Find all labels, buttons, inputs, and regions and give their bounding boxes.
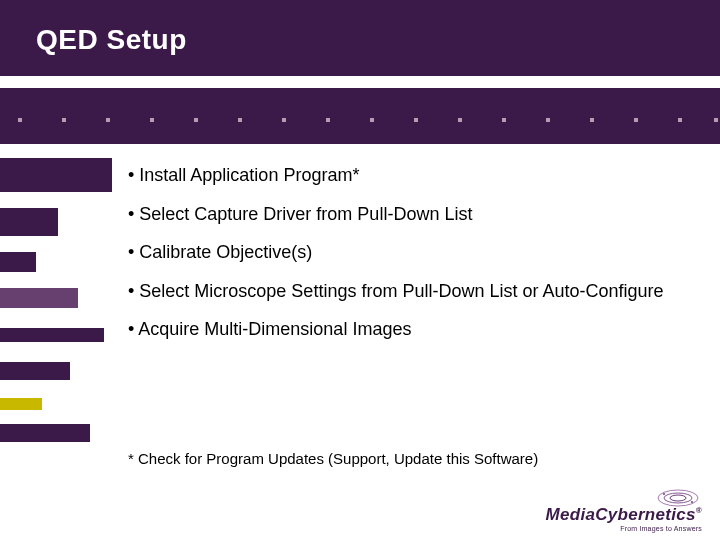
bullet-item: • Acquire Multi-Dimensional Images [128,318,688,341]
decorative-dot [370,118,374,122]
bullet-item: • Select Microscope Settings from Pull-D… [128,280,688,303]
svg-point-2 [670,495,686,501]
decorative-dot [18,118,22,122]
decorative-dot [634,118,638,122]
decorative-dot [458,118,462,122]
slide: QED Setup • Install Application Program*… [0,0,720,540]
bullet-item: • Calibrate Objective(s) [128,241,688,264]
svg-point-4 [691,501,693,503]
decorative-dot [414,118,418,122]
header-divider [0,76,720,88]
bullet-item: • Install Application Program* [128,164,688,187]
brand-bold: Cybernetics [595,505,696,524]
decorative-dot [106,118,110,122]
brand-tagline: From Images to Answers [545,525,702,532]
decorative-dot [678,118,682,122]
sidebar-block [0,252,36,272]
slide-title: QED Setup [36,24,187,56]
footnote: * Check for Program Updates (Support, Up… [128,450,538,467]
decorative-dot [238,118,242,122]
svg-point-3 [663,493,665,495]
sidebar-block [0,424,90,442]
sidebar-block [0,208,58,236]
decorative-dot [546,118,550,122]
decorative-dot [714,118,718,122]
sidebar-block [0,362,70,380]
sidebar-block [0,398,42,410]
dot-row [0,118,720,122]
brand-light: Media [545,505,595,524]
brand-name: MediaCybernetics® [545,505,702,525]
bullet-list: • Install Application Program* • Select … [128,164,688,357]
bullet-item: • Select Capture Driver from Pull-Down L… [128,203,688,226]
sidebar-block [0,288,78,308]
decorative-dot [150,118,154,122]
decorative-dot [590,118,594,122]
header-band [0,0,720,144]
decorative-dot [502,118,506,122]
decorative-dot [282,118,286,122]
brand-logo: MediaCybernetics® From Images to Answers [545,505,702,532]
decorative-dot [194,118,198,122]
decorative-dot [326,118,330,122]
registered-icon: ® [696,506,702,515]
decorative-dot [62,118,66,122]
sidebar-block [0,328,104,342]
sidebar-block [0,158,112,192]
